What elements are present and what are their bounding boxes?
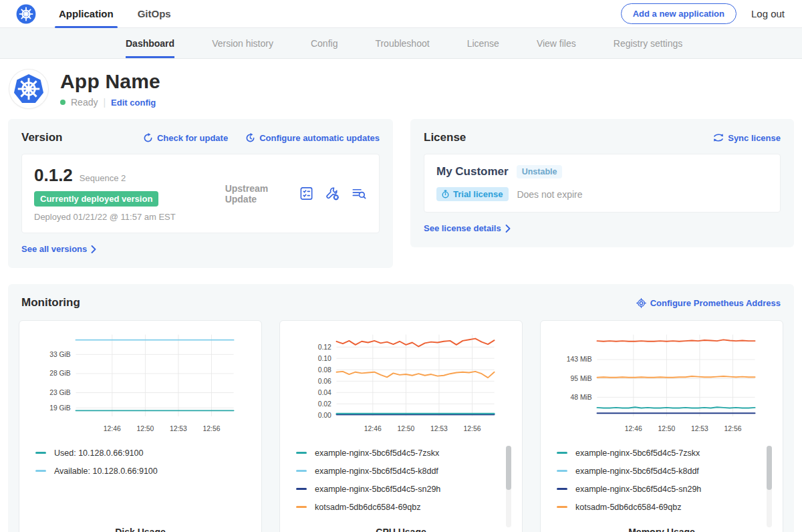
tab-troubleshoot[interactable]: Troubleshoot: [375, 28, 429, 58]
legend-swatch: [35, 470, 46, 472]
svg-text:0.04: 0.04: [318, 389, 331, 396]
configure-automatic-updates-link[interactable]: Configure automatic updates: [245, 133, 380, 143]
sync-icon: [713, 133, 724, 142]
chevron-right-icon: [505, 225, 511, 233]
svg-text:12:46: 12:46: [364, 425, 382, 432]
disk-usage-legend: Used: 10.128.0.66:9100Available: 10.128.…: [26, 442, 255, 527]
svg-text:19 GiB: 19 GiB: [49, 404, 71, 412]
legend-swatch: [296, 470, 307, 472]
scrollbar-thumb[interactable]: [767, 446, 772, 490]
version-sequence: Sequence 2: [80, 173, 126, 183]
app-kubernetes-icon: [9, 70, 48, 108]
svg-text:0.08: 0.08: [318, 366, 331, 374]
stopwatch-icon: [441, 190, 450, 198]
legend-label: kotsadm-5db6dc6584-69qbz: [575, 503, 681, 512]
tab-version-history[interactable]: Version history: [212, 28, 273, 58]
svg-text:48 MiB: 48 MiB: [571, 394, 592, 401]
license-card-title: License: [424, 131, 466, 144]
svg-text:0.12: 0.12: [318, 344, 331, 351]
chart-title: Memory Usage: [547, 527, 776, 532]
kubernetes-logo-icon: [16, 4, 36, 24]
svg-text:12:50: 12:50: [658, 425, 675, 432]
svg-text:12:53: 12:53: [691, 425, 708, 432]
svg-text:33 GiB: 33 GiB: [49, 351, 71, 358]
legend-label: Used: 10.128.0.66:9100: [54, 448, 143, 458]
memory-usage-chart: 48 MiB95 MiB143 MiB12:4612:5012:5312:56: [547, 329, 776, 442]
license-details-row: My Customer Unstable Trial license Does …: [424, 154, 781, 213]
svg-text:0.10: 0.10: [318, 355, 331, 362]
top-tab-gitops[interactable]: GitOps: [138, 0, 171, 27]
legend-label: example-nginx-5bc6f5d4c5-7zskx: [575, 448, 700, 458]
monitoring-panel: Monitoring Configure Prometheus Address …: [8, 284, 794, 532]
cpu-usage-legend: example-nginx-5bc6f5d4c5-7zskxexample-ng…: [287, 442, 515, 527]
svg-text:23 GiB: 23 GiB: [49, 389, 71, 396]
legend-item: kotsadm-5db6dc6584-69qbz: [557, 503, 759, 512]
edit-config-link[interactable]: Edit config: [111, 98, 156, 108]
legend-item: example-nginx-5bc6f5d4c5-sn29h: [296, 485, 498, 494]
legend-label: example-nginx-5bc6f5d4c5-k8ddf: [315, 467, 438, 476]
check-for-update-link[interactable]: Check for update: [143, 133, 228, 143]
svg-text:12:56: 12:56: [203, 425, 221, 432]
tab-config[interactable]: Config: [311, 28, 338, 58]
app-sub-nav: Dashboard Version history Config Trouble…: [0, 28, 802, 59]
svg-text:12:46: 12:46: [625, 425, 642, 432]
version-card-title: Version: [21, 131, 62, 144]
tab-dashboard[interactable]: Dashboard: [126, 28, 174, 58]
legend-label: example-nginx-5bc6f5d4c5-sn29h: [315, 485, 440, 494]
preflight-checks-icon[interactable]: [299, 186, 314, 201]
svg-text:12:53: 12:53: [430, 425, 448, 432]
legend-item: example-nginx-5bc6f5d4c5-sn29h: [557, 485, 759, 494]
sync-license-link[interactable]: Sync license: [713, 133, 781, 143]
tab-license[interactable]: License: [467, 28, 499, 58]
monitoring-title: Monitoring: [21, 296, 80, 309]
top-tab-application[interactable]: Application: [59, 0, 114, 27]
disk-usage-chart: 19 GiB23 GiB28 GiB33 GiB12:4612:5012:531…: [26, 329, 255, 442]
gear-icon: [636, 298, 646, 308]
legend-swatch: [296, 452, 307, 454]
divider: |: [103, 97, 106, 108]
cpu-usage-chart-card: 0.000.020.040.060.080.100.1212:4612:5012…: [279, 320, 523, 532]
legend-item: example-nginx-5bc6f5d4c5-k8ddf: [296, 467, 498, 476]
svg-text:0.00: 0.00: [318, 412, 331, 419]
svg-text:95 MiB: 95 MiB: [571, 375, 592, 382]
legend-item: Available: 10.128.0.66:9100: [35, 467, 237, 476]
page-title: App Name: [60, 70, 160, 93]
legend-swatch: [557, 488, 567, 490]
view-logs-icon[interactable]: [351, 186, 367, 201]
app-header: App Name Ready | Edit config: [0, 59, 802, 118]
add-application-button[interactable]: Add a new application: [621, 3, 737, 24]
legend-scrollbar[interactable]: [506, 446, 511, 527]
svg-text:0.02: 0.02: [318, 400, 331, 408]
refresh-icon: [143, 133, 153, 143]
deployed-version-badge: Currently deployed version: [34, 191, 158, 207]
top-nav: Application GitOps Add a new application…: [0, 0, 802, 28]
version-number: 0.1.2: [34, 165, 73, 186]
logout-link[interactable]: Log out: [751, 8, 785, 19]
legend-label: Available: 10.128.0.66:9100: [54, 467, 158, 476]
current-version-row: 0.1.2 Sequence 2 Currently deployed vers…: [21, 154, 380, 233]
legend-label: example-nginx-5bc6f5d4c5-k8ddf: [575, 467, 699, 476]
legend-item: kotsadm-5db6dc6584-69qbz: [296, 503, 498, 512]
status-badge: Ready: [71, 97, 98, 108]
memory-usage-chart-card: 48 MiB95 MiB143 MiB12:4612:5012:5312:56 …: [540, 320, 783, 532]
legend-scrollbar[interactable]: [767, 446, 772, 527]
scrollbar-thumb[interactable]: [506, 446, 511, 490]
legend-swatch: [557, 452, 567, 454]
tab-view-files[interactable]: View files: [537, 28, 576, 58]
tab-registry-settings[interactable]: Registry settings: [614, 28, 682, 58]
config-wrench-icon[interactable]: [325, 186, 340, 201]
legend-swatch: [296, 488, 307, 490]
svg-text:0.06: 0.06: [318, 378, 331, 385]
version-card: Version Check for update: [8, 119, 393, 268]
configure-prometheus-link[interactable]: Configure Prometheus Address: [636, 298, 781, 308]
customer-name: My Customer: [436, 165, 509, 178]
legend-item: Used: 10.128.0.66:9100: [35, 448, 237, 458]
license-expiry: Does not expire: [517, 189, 582, 200]
license-card: License Sync license My Cust: [410, 119, 794, 247]
legend-swatch: [557, 470, 567, 472]
see-license-details-link[interactable]: See license details: [424, 223, 511, 233]
svg-text:143 MiB: 143 MiB: [567, 356, 592, 363]
see-all-versions-link[interactable]: See all versions: [21, 244, 96, 254]
status-dot: [60, 100, 65, 105]
top-nav-tabs: Application GitOps: [59, 0, 171, 27]
